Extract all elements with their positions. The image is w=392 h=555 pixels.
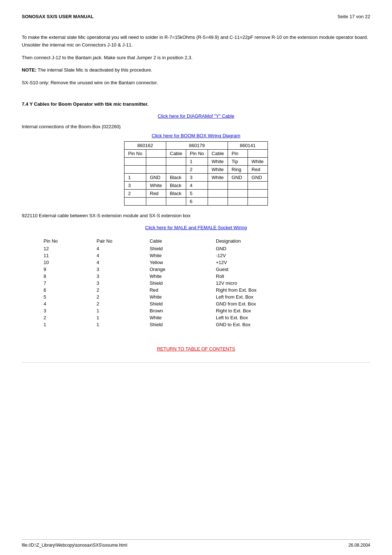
sub-cable2: Cable [208, 149, 228, 157]
col1-header: 860162 [124, 141, 166, 149]
list-item: 124ShieldGND [44, 245, 348, 252]
sub-pinno: Pin No [124, 149, 146, 157]
footer-path: file://D:\Z_Library\Webcopy\sonosax\SXS\… [22, 543, 127, 548]
page-footer: file://D:\Z_Library\Webcopy\sonosax\SXS\… [22, 539, 370, 548]
sx-s10-text: SX-S10 only: Remove the unused wire on t… [22, 79, 370, 87]
boom-box-link-area: Click here for BOOM BOX Wiring Diagram [22, 133, 370, 138]
list-item: 93OrangeGuest [44, 266, 348, 273]
list-item: 73Shield12V micro [44, 280, 348, 287]
return-to-toc-link[interactable]: RETURN TO TABLE OF CONTENTS [157, 346, 235, 352]
table-header-row: 860162 860179 860141 [124, 141, 268, 149]
col2-header: 860179 [166, 141, 228, 149]
list-item: 62RedRight from Ext. Box [44, 287, 348, 293]
list-item: 21WhiteLeft to Ext. Box [44, 314, 348, 321]
pin-table: Pin No Pair No Cable Designation 124Shie… [44, 238, 348, 328]
page-header: SONOSAX SX/S USER MANUAL Seite 17 von 22 [22, 7, 370, 23]
table-row: 2 White Ring Red [124, 165, 268, 173]
pin-header-pinno: Pin No [44, 238, 97, 245]
pin-header-pairno: Pair No [97, 238, 150, 245]
table-row: 3 White Black 4 [124, 181, 268, 189]
sub-empty1 [146, 149, 166, 157]
internal-connections-text: Internal connections of the Boom-Box (02… [22, 124, 370, 129]
table-row: 1 White Tip White [124, 157, 268, 165]
external-cable-text: 922110 External cable between SX-S exten… [22, 213, 370, 218]
list-item: 42ShieldGND from Ext. Box [44, 300, 348, 307]
table-row: 2 Red Black 5 [124, 189, 268, 197]
intro-paragraph1: To make the external slate Mic operation… [22, 34, 370, 49]
list-item: 52WhiteLeft from Ext. Box [44, 293, 348, 300]
table-row: 1 GND Black 3 White GND GND [124, 173, 268, 181]
sub-cable1: Cable [166, 149, 186, 157]
list-item: 31BrownRight to Ext. Box [44, 307, 348, 314]
manual-title: SONOSAX SX/S USER MANUAL [22, 14, 94, 19]
y-cable-link[interactable]: Click here for DIAGRAMof "Y" Cable [158, 113, 234, 119]
content-area: To make the external slate Mic operation… [22, 23, 370, 363]
table-subheader-row: Pin No Cable Pin No Cable Pin [124, 149, 268, 157]
note-label: NOTE: [22, 67, 36, 73]
divider [22, 362, 370, 363]
list-item: 83WhiteRoll [44, 273, 348, 280]
male-female-link-area: Click here for MALE and FEMALE Socket Wi… [22, 225, 370, 230]
sub-empty2 [248, 149, 268, 157]
pin-header-cable: Cable [150, 238, 216, 245]
y-cable-link-area: Click here for DIAGRAMof "Y" Cable [22, 113, 370, 119]
note-paragraph: NOTE: The internal Slate Mic is deactiva… [22, 66, 370, 74]
return-link-wrapper: RETURN TO TABLE OF CONTENTS [22, 346, 370, 352]
note-body: The internal Slate Mic is deactivated by… [36, 67, 152, 73]
sub-pinno2: Pin No [186, 149, 208, 157]
list-item: 11ShieldGND to Ext. Box [44, 321, 348, 328]
male-female-link[interactable]: Click here for MALE and FEMALE Socket Wi… [145, 225, 247, 230]
table-row: 6 [124, 197, 268, 205]
pin-table-header-row: Pin No Pair No Cable Designation [44, 238, 348, 245]
list-item: 114White-12V [44, 252, 348, 259]
sub-pin3: Pin [228, 149, 248, 157]
col3-header: 860141 [228, 141, 268, 149]
section-74-heading: 7.4 Y Cables for Boom Operator with tbk … [22, 101, 370, 107]
boom-box-table: 860162 860179 860141 Pin No Cable Pin No… [124, 141, 268, 206]
boom-box-table-wrapper: 860162 860179 860141 Pin No Cable Pin No… [22, 141, 370, 206]
pin-table-wrapper: Pin No Pair No Cable Designation 124Shie… [44, 238, 348, 328]
list-item: 104Yellow+12V [44, 259, 348, 266]
boom-box-link[interactable]: Click here for BOOM BOX Wiring Diagram [152, 133, 240, 138]
intro-paragraph2: Then connect J-12 to the Bantam jack. Ma… [22, 54, 370, 62]
footer-date: 26.08.2004 [348, 543, 370, 548]
pin-header-desig: Designation [216, 238, 348, 245]
page-number: Seite 17 von 22 [338, 14, 370, 19]
